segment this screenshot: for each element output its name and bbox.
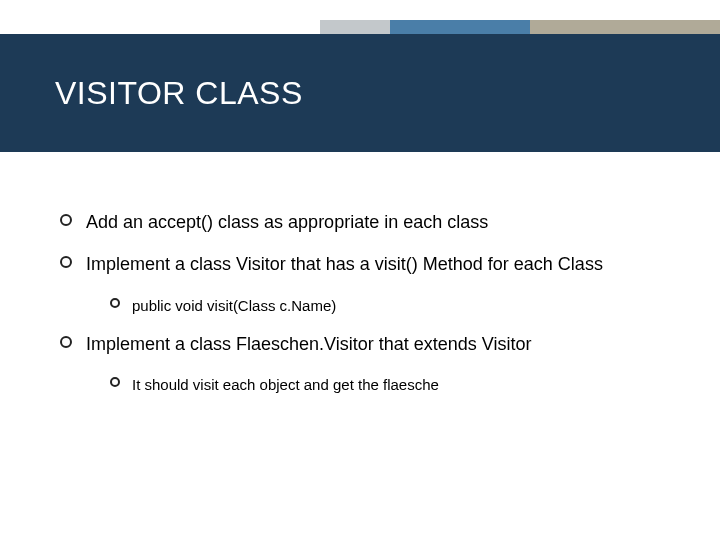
accent-segment-taupe [530, 20, 720, 34]
slide-title: VISITOR CLASS [55, 75, 303, 112]
list-item: Add an accept() class as appropriate in … [60, 210, 680, 234]
content-area: Add an accept() class as appropriate in … [60, 210, 680, 411]
bullet-text: Add an accept() class as appropriate in … [86, 210, 488, 234]
title-band: VISITOR CLASS [0, 34, 720, 152]
accent-segment-gray [320, 20, 390, 34]
slide: VISITOR CLASS Add an accept() class as a… [0, 0, 720, 540]
bullet-text: Implement a class Flaeschen.Visitor that… [86, 332, 532, 356]
accent-segment-white [0, 20, 320, 34]
list-item: public void visit(Class c.Name) [110, 295, 680, 316]
bullet-icon [60, 336, 72, 348]
bullet-text: Implement a class Visitor that has a vis… [86, 252, 603, 276]
list-item: It should visit each object and get the … [110, 374, 680, 395]
list-item: Implement a class Visitor that has a vis… [60, 252, 680, 276]
accent-segment-blue [390, 20, 530, 34]
list-item: Implement a class Flaeschen.Visitor that… [60, 332, 680, 356]
accent-bar [0, 20, 720, 34]
bullet-text: It should visit each object and get the … [132, 374, 439, 395]
bullet-icon [110, 298, 120, 308]
bullet-text: public void visit(Class c.Name) [132, 295, 336, 316]
bullet-icon [110, 377, 120, 387]
bullet-icon [60, 214, 72, 226]
bullet-icon [60, 256, 72, 268]
